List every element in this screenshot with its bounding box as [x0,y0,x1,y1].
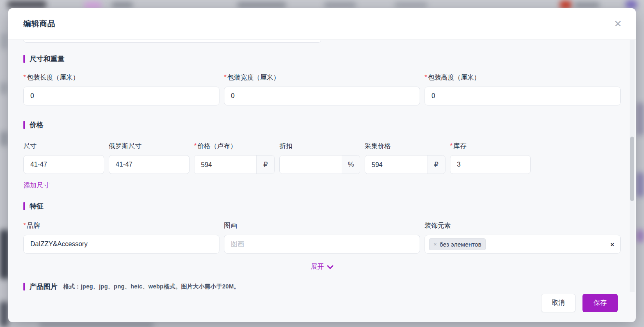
scrollbar-track[interactable] [630,40,635,292]
bg-nav-item-blur [112,2,133,8]
add-size-link[interactable]: 添加尺寸 [23,181,50,190]
required-marker: * [23,222,26,229]
section-title-text: 产品图片 [30,282,57,291]
bg-nav-badge-blur [84,2,101,9]
expand-label: 展开 [311,263,324,271]
bg-nav-item-blur [395,2,427,8]
field-decor-elements: 装饰元素 × без элементов × [425,222,621,254]
decor-elements-input[interactable]: × без элементов × [425,235,621,254]
decor-elements-label: 装饰元素 [425,222,621,231]
bg-avatar-blur [625,0,637,9]
required-marker: * [450,142,452,149]
modal-header: 编辑商品 ✕ [8,8,636,40]
bg-right-blur [637,230,644,242]
bg-logo-blur [7,1,46,8]
collect-price-label: 采集价格 [365,142,445,151]
section-accent-bar [23,121,25,129]
field-russian-size: 俄罗斯尺寸 [109,142,190,174]
expand-link[interactable]: 展开 [311,263,333,271]
section-title-text: 价格 [30,120,43,130]
brand-label: *品牌 [23,222,219,231]
section-title-text: 尺寸和重量 [30,54,64,64]
ruble-addon: ₽ [427,155,445,174]
bg-bottom-text-blur [39,323,154,327]
size-label: 尺寸 [23,142,104,151]
required-marker: * [194,142,196,149]
decor-tag: × без элементов [429,238,486,250]
section-title-dimensions: 尺寸和重量 [23,54,621,64]
field-picture: 图画 [224,222,420,254]
package-width-input[interactable] [224,87,420,105]
package-width-label: *包装宽度（厘米） [224,73,420,82]
package-height-input[interactable] [425,87,621,105]
required-marker: * [425,74,427,81]
section-accent-bar [23,283,25,290]
size-input[interactable] [23,155,104,174]
bg-right-blur [637,103,644,135]
field-discount: 折扣 % [279,142,360,174]
section-title-features: 特征 [23,201,621,211]
save-button[interactable]: 保存 [582,294,618,312]
field-size: 尺寸 [23,142,104,174]
section-accent-bar [23,202,25,210]
modal-body: 尺寸和重量 *包装长度（厘米） *包装宽度（厘米） *包装高度（厘米） 价格 尺… [8,40,636,291]
price-label: *价格（卢布） [194,142,275,151]
stock-label: *库存 [450,142,531,151]
section-title-text: 特征 [30,201,43,211]
package-length-input[interactable] [23,87,219,105]
bg-sidebar-blur [0,33,8,49]
clear-field-icon[interactable]: × [610,241,614,247]
field-price: *价格（卢布） ₽ [194,142,275,174]
image-format-hint: 格式：jpeg、jpg、png、heic、webp格式。图片大小需小于20M。 [63,283,240,290]
expand-row: 展开 [23,263,621,271]
brand-input[interactable] [23,235,219,254]
field-package-length: *包装长度（厘米） [23,73,219,105]
bg-right-blur [637,172,644,197]
section-title-product-images: 产品图片 格式：jpeg、jpg、png、heic、webp格式。图片大小需小于… [23,282,621,291]
discount-input-group: % [279,155,360,174]
bg-nav-alert-blur [560,1,571,9]
stock-input[interactable] [450,155,531,174]
bg-nav-item-blur [237,2,286,8]
russian-size-label: 俄罗斯尺寸 [109,142,190,151]
bg-nav-text-blur [574,2,600,8]
field-stock: *库存 [450,142,531,174]
required-marker: * [224,74,226,81]
field-package-height: *包装高度（厘米） [425,73,621,105]
discount-label: 折扣 [279,142,360,151]
modal-title: 编辑商品 [23,18,55,29]
bg-sidebar-blur [0,82,7,94]
package-height-label: *包装高度（厘米） [425,73,621,82]
bg-image-blur [0,302,8,327]
price-input-group: ₽ [194,155,275,174]
tag-remove-icon[interactable]: × [434,242,437,247]
field-brand: *品牌 [23,222,219,254]
field-collect-price: 采集价格 ₽ [365,142,445,174]
modal-footer: 取消 保存 [8,294,636,322]
package-length-label: *包装长度（厘米） [23,73,219,82]
picture-label: 图画 [224,222,420,231]
features-row: *品牌 图画 装饰元素 × без элементов × [23,222,621,254]
edit-product-modal: 编辑商品 ✕ 尺寸和重量 *包装长度（厘米） *包装宽度（厘米） *包装高度（厘… [8,8,636,322]
discount-input[interactable] [280,155,342,174]
collect-price-input[interactable] [365,155,427,174]
cancel-button[interactable]: 取消 [541,294,575,312]
tag-label: без элементов [440,241,482,248]
bg-sidebar-blur [0,131,8,146]
close-icon[interactable]: ✕ [614,19,622,29]
scrollbar-thumb[interactable] [630,137,634,201]
required-marker: * [23,74,26,81]
price-input[interactable] [194,155,256,174]
russian-size-input[interactable] [109,155,190,174]
bg-nav-item-blur [324,2,356,8]
price-row: 尺寸 俄罗斯尺寸 *价格（卢布） ₽ 折扣 % [23,142,621,174]
section-accent-bar [23,55,25,63]
picture-input[interactable] [224,235,420,254]
section-title-price: 价格 [23,120,621,130]
percent-addon: % [342,155,360,174]
bg-image-blur [0,230,9,279]
dimensions-row: *包装长度（厘米） *包装宽度（厘米） *包装高度（厘米） [23,73,621,105]
clipped-scrolled-input[interactable] [23,40,321,43]
collect-price-input-group: ₽ [365,155,445,174]
field-package-width: *包装宽度（厘米） [224,73,420,105]
